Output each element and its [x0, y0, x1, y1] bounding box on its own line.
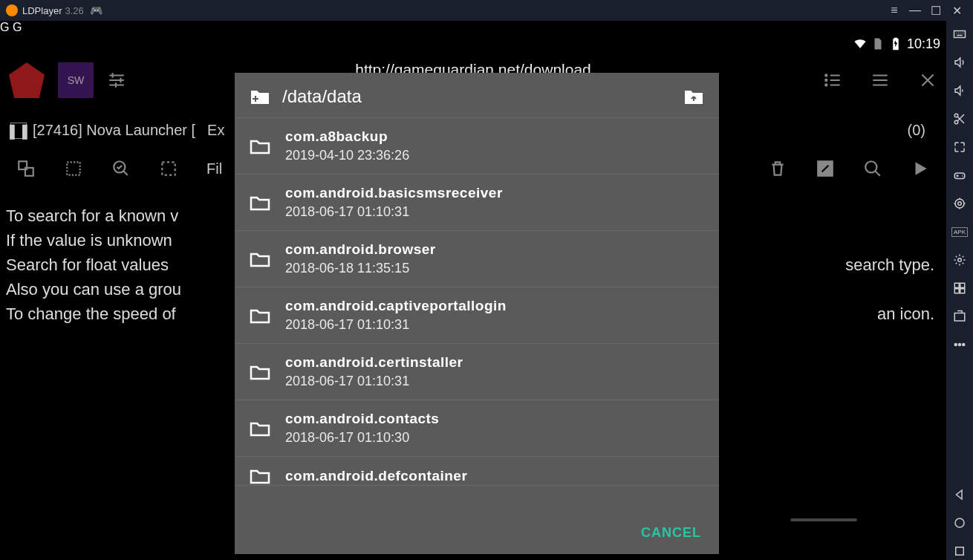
directory-date: 2018-06-17 01:10:31: [285, 317, 507, 333]
svg-rect-11: [253, 98, 258, 100]
home-icon[interactable]: [951, 514, 969, 532]
ex-label: Ex: [207, 122, 224, 139]
svg-rect-15: [954, 173, 965, 179]
directory-item[interactable]: com.android.contacts 2018-06-17 01:10:30: [235, 400, 719, 457]
svg-rect-7: [162, 162, 175, 175]
directory-name: com.android.certinstaller: [285, 354, 463, 371]
volume-down-icon[interactable]: [951, 82, 969, 100]
svg-rect-20: [960, 283, 965, 287]
edit-icon[interactable]: [816, 159, 835, 178]
minimize-button[interactable]: —: [905, 4, 925, 17]
close-icon[interactable]: [918, 71, 937, 90]
directory-item[interactable]: com.android.captiveportallogin 2018-06-1…: [235, 287, 719, 344]
folder-icon: [250, 363, 270, 381]
trash-icon[interactable]: [768, 159, 787, 178]
directory-name: com.a8backup: [285, 128, 409, 145]
folder-icon: [250, 194, 270, 212]
directory-name: com.android.captiveportallogin: [285, 298, 507, 314]
volume-up-icon[interactable]: [951, 53, 969, 71]
home-hex-icon: [9, 62, 45, 98]
directory-list: com.a8backup 2019-04-10 23:36:26 com.and…: [235, 117, 719, 512]
location-icon[interactable]: [951, 195, 969, 212]
svg-rect-19: [954, 283, 959, 287]
gamepad-icon: 🎮: [90, 4, 102, 16]
directory-name: com.android.contacts: [285, 411, 439, 427]
cancel-button[interactable]: CANCEL: [641, 525, 701, 541]
scissors-icon[interactable]: [951, 110, 969, 128]
emulator-screen: G G 10:19 SW http://gameguardian.net/dow…: [0, 21, 946, 560]
svg-rect-21: [954, 289, 959, 293]
svg-rect-5: [67, 162, 79, 175]
directory-item[interactable]: com.android.defcontainer: [235, 457, 719, 486]
close-button[interactable]: ✕: [946, 4, 967, 18]
sliders-icon[interactable]: [107, 71, 126, 90]
maximize-button[interactable]: ☐: [925, 4, 946, 18]
pause-button[interactable]: ❚❚: [10, 123, 27, 139]
directory-item[interactable]: com.android.certinstaller 2018-06-17 01:…: [235, 344, 719, 400]
search-icon[interactable]: [863, 159, 882, 178]
select-icon[interactable]: [64, 159, 83, 178]
settings-icon[interactable]: [951, 251, 969, 269]
menu-button[interactable]: ≡: [884, 4, 905, 17]
svg-point-27: [955, 518, 964, 527]
svg-rect-12: [954, 31, 966, 38]
folder-icon: [250, 420, 270, 437]
screenshot-icon[interactable]: [951, 307, 969, 325]
titlebar: LDPlayer 3.26 🎮 ≡ — ☐ ✕: [0, 0, 973, 21]
back-icon[interactable]: [951, 486, 969, 504]
svg-point-24: [954, 344, 957, 346]
svg-point-1: [825, 79, 827, 81]
app-version: 3.26: [65, 5, 83, 16]
svg-point-9: [865, 161, 876, 172]
app-name: LDPlayer: [22, 5, 62, 16]
svg-rect-28: [956, 547, 964, 556]
marquee-icon[interactable]: [159, 159, 178, 178]
directory-name: com.android.defcontainer: [285, 468, 467, 484]
svg-point-26: [963, 344, 965, 346]
more-icon[interactable]: [951, 336, 969, 354]
directory-item[interactable]: com.android.basicsmsreceiver 2018-06-17 …: [235, 175, 719, 231]
folder-icon: [250, 307, 270, 325]
play-icon[interactable]: [911, 159, 930, 178]
list-icon[interactable]: [823, 71, 842, 90]
directory-date: 2018-06-17 01:10:31: [285, 374, 463, 389]
hamburger-icon[interactable]: [871, 71, 890, 90]
directory-item[interactable]: com.a8backup 2019-04-10 23:36:26: [235, 117, 719, 175]
search-check-icon[interactable]: [111, 159, 131, 178]
nav-pill-icon: [790, 518, 857, 521]
folder-icon: [250, 137, 270, 155]
current-path: /data/data: [282, 86, 671, 107]
new-folder-icon[interactable]: [250, 88, 270, 105]
sw-hex-icon: SW: [58, 62, 94, 98]
svg-rect-22: [960, 289, 965, 293]
fil-label: Fil: [206, 160, 222, 178]
apk-icon[interactable]: APK: [951, 223, 969, 241]
directory-name: com.android.browser: [285, 241, 436, 258]
directory-date: 2018-06-18 11:35:15: [285, 261, 436, 276]
svg-rect-23: [954, 313, 965, 322]
recents-icon[interactable]: [951, 542, 969, 560]
directory-date: 2018-06-17 01:10:30: [285, 430, 439, 446]
folder-icon: [250, 467, 270, 485]
folder-up-icon[interactable]: [683, 88, 704, 105]
svg-point-0: [825, 74, 827, 76]
directory-date: 2018-06-17 01:10:31: [285, 204, 503, 220]
svg-point-25: [959, 344, 961, 346]
svg-point-17: [955, 199, 964, 208]
process-label: [27416] Nova Launcher [: [33, 122, 195, 139]
ldplayer-logo-icon: [6, 4, 18, 16]
svg-point-18: [958, 258, 962, 262]
multi-window-icon[interactable]: [951, 279, 969, 297]
svg-point-2: [825, 84, 827, 85]
controller-icon[interactable]: [951, 166, 969, 184]
dice-icon[interactable]: [16, 159, 36, 178]
folder-icon: [250, 250, 270, 268]
directory-date: 2019-04-10 23:36:26: [285, 148, 409, 163]
file-picker-dialog: /data/data com.a8backup 2019-04-10 23:36…: [235, 73, 719, 554]
directory-item[interactable]: com.android.browser 2018-06-18 11:35:15: [235, 231, 719, 287]
fullscreen-icon[interactable]: [951, 138, 969, 156]
keyboard-icon[interactable]: [951, 25, 969, 43]
emulator-sidebar: APK: [946, 21, 973, 560]
directory-name: com.android.basicsmsreceiver: [285, 185, 503, 201]
svg-point-16: [958, 202, 962, 206]
